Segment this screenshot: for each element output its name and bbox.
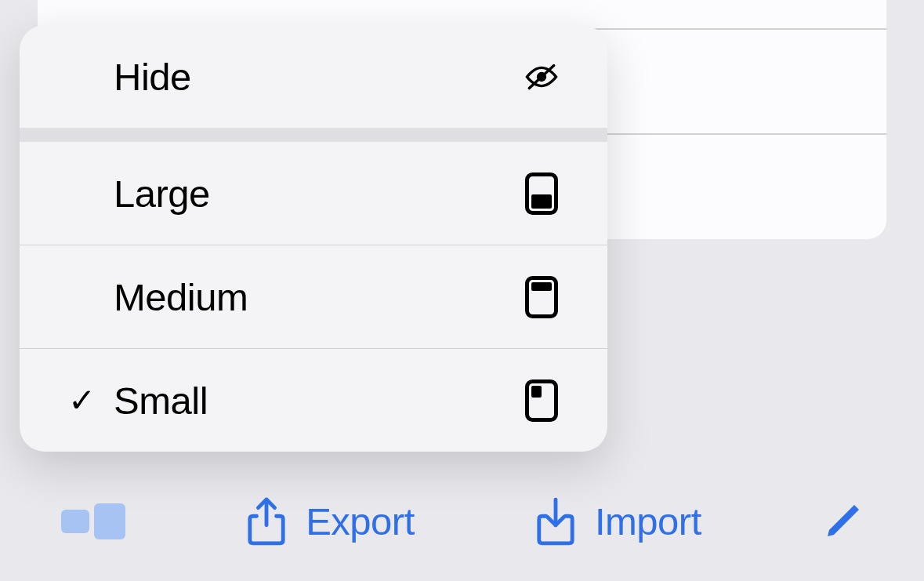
import-button[interactable]: Import xyxy=(535,499,701,543)
menu-item-label: Hide xyxy=(114,55,191,99)
thumbnail-medium-icon xyxy=(523,278,560,316)
menu-item-medium[interactable]: Medium xyxy=(20,245,607,348)
edit-button[interactable] xyxy=(822,499,863,543)
pencil-icon xyxy=(822,499,863,543)
thumbnail-small-icon xyxy=(523,382,560,419)
menu-separator xyxy=(20,128,607,142)
svg-rect-3 xyxy=(531,194,552,209)
export-button[interactable]: Export xyxy=(246,499,415,543)
menu-item-large[interactable]: Large xyxy=(20,142,607,245)
export-label: Export xyxy=(306,499,415,543)
share-up-icon xyxy=(246,499,287,543)
share-down-icon xyxy=(535,499,576,543)
thumbnail-large-icon xyxy=(523,175,560,212)
size-menu-popup: Hide Large Medium xyxy=(20,25,607,452)
menu-item-label: Large xyxy=(114,172,210,216)
svg-rect-7 xyxy=(531,386,542,398)
menu-item-small[interactable]: ✓ Small xyxy=(20,349,607,452)
layout-button[interactable] xyxy=(61,503,125,539)
menu-item-label: Medium xyxy=(114,275,248,319)
svg-rect-5 xyxy=(531,282,552,291)
checkmark-icon: ✓ xyxy=(68,381,96,419)
eye-slash-icon xyxy=(523,58,560,96)
menu-item-label: Small xyxy=(114,379,208,423)
bottom-toolbar: Export Import xyxy=(0,499,924,543)
menu-item-hide[interactable]: Hide xyxy=(20,25,607,128)
layout-icon xyxy=(61,503,125,539)
import-label: Import xyxy=(595,499,701,543)
